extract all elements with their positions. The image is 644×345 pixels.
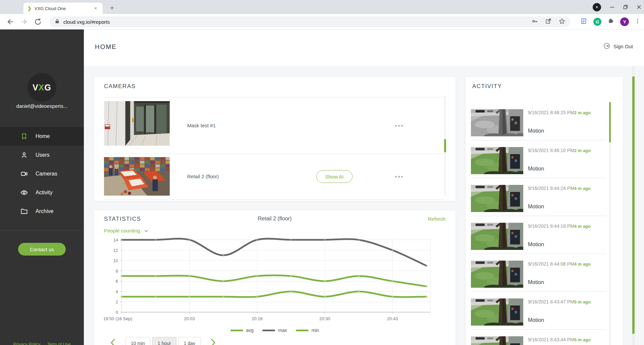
show-ai-button[interactable]: Show AI: [316, 170, 353, 183]
video-camera-icon: [20, 170, 28, 178]
cameras-scrollbar[interactable]: [444, 95, 446, 196]
camera-row[interactable]: Mask test #1: [94, 97, 455, 154]
event-thumbnail[interactable]: [471, 185, 523, 212]
svg-text:2: 2: [116, 299, 118, 304]
sidebar-item-cameras[interactable]: Cameras: [0, 164, 84, 183]
range-button-1-hour[interactable]: 1 hour: [152, 337, 176, 345]
event-type-label: Motion: [528, 242, 544, 248]
activity-event[interactable]: 9/16/2021 8:43:47 PM5 m agoMotion: [466, 298, 623, 336]
page-scrollbar[interactable]: [632, 66, 635, 345]
grammarly-extension-icon[interactable]: G: [593, 18, 601, 26]
tab-close-icon[interactable]: ×: [93, 5, 99, 11]
close-window-button[interactable]: [637, 5, 641, 9]
svg-text:20:30: 20:30: [319, 316, 330, 321]
restore-button[interactable]: [623, 5, 628, 9]
event-thumbnail[interactable]: [471, 109, 523, 136]
event-timestamp: 9/16/2021 8:44:18 PM4 m ago: [528, 223, 591, 229]
camera-menu-kebab-icon[interactable]: [395, 125, 403, 127]
profile-avatar[interactable]: Y: [620, 17, 629, 26]
activity-scrollbar-thumb[interactable]: [609, 102, 611, 142]
divider: [471, 329, 606, 330]
range-button-10-min[interactable]: 10 min: [125, 337, 150, 345]
user-icon: [20, 151, 28, 159]
sidebar-item-users[interactable]: Users: [0, 146, 84, 164]
event-time-ago: 4 m ago: [574, 186, 591, 191]
contact-us-button[interactable]: Contact us: [18, 243, 66, 256]
activity-event[interactable]: 9/16/2021 8:46:10 PM2 m agoMotion: [466, 147, 623, 185]
cameras-panel: CAMERAS Mask test #1Retail 2 (floor)Show…: [94, 77, 455, 201]
legend-label: avg: [246, 328, 254, 333]
camera-menu-kebab-icon[interactable]: [395, 176, 403, 178]
cameras-scrollbar-thumb[interactable]: [444, 139, 446, 152]
lock-icon: [54, 18, 60, 25]
sidebar-item-activity[interactable]: Activity: [0, 183, 84, 202]
svg-text:6: 6: [116, 279, 118, 284]
legend-swatch: [230, 330, 243, 331]
event-thumbnail[interactable]: [471, 261, 523, 288]
event-timestamp: 9/16/2021 8:46:10 PM2 m ago: [528, 148, 591, 153]
event-thumbnail[interactable]: [471, 336, 523, 345]
address-bar[interactable]: cloud.vxg.io/#reports: [50, 16, 570, 27]
password-key-icon[interactable]: [531, 18, 538, 26]
activity-panel: ACTIVITY 9/16/2021 8:46:25 PM2 m agoMoti…: [466, 77, 623, 345]
screen: ❯ VXG Cloud One × + ▾ cloud: [0, 0, 644, 345]
extensions-puzzle-icon[interactable]: [607, 17, 614, 26]
sidebar-item-archive[interactable]: Archive: [0, 202, 84, 221]
url-text[interactable]: cloud.vxg.io/#reports: [63, 19, 531, 25]
bookmark-star-icon[interactable]: [558, 18, 566, 26]
terms-of-use-link[interactable]: Term of Use: [47, 342, 70, 345]
camera-thumbnail[interactable]: [104, 101, 170, 146]
open-in-new-icon[interactable]: [545, 18, 552, 26]
event-timestamp: 9/16/2021 8:46:25 PM2 m ago: [528, 110, 591, 115]
legend-item-avg[interactable]: avg: [230, 328, 254, 333]
legend-item-min[interactable]: min: [296, 328, 319, 333]
activity-event[interactable]: 9/16/2021 8:44:18 PM4 m agoMotion: [466, 223, 623, 261]
event-type-label: Motion: [528, 204, 544, 210]
refresh-icon[interactable]: [34, 17, 42, 26]
chevron-left-icon[interactable]: [109, 338, 117, 345]
metric-dropdown[interactable]: People counting: [104, 228, 148, 233]
browser-tab[interactable]: ❯ VXG Cloud One ×: [23, 3, 103, 14]
event-type-label: Motion: [528, 128, 544, 134]
camera-name: Mask test #1: [187, 123, 216, 128]
cameras-title: CAMERAS: [104, 83, 136, 90]
activity-scrollbar[interactable]: [609, 102, 611, 345]
page-scrollbar-thumb[interactable]: [632, 76, 635, 334]
chevron-right-icon[interactable]: [209, 338, 217, 345]
folder-icon: [20, 207, 28, 215]
browser-menu-kebab-icon[interactable]: [635, 18, 641, 25]
activity-event[interactable]: 9/16/2021 8:43:44 PM5 m agoMotion: [466, 336, 623, 345]
sign-out-button[interactable]: Sign Out: [603, 42, 633, 51]
activity-event[interactable]: 9/16/2021 8:44:24 PM4 m agoMotion: [466, 185, 623, 223]
sidebar-item-home[interactable]: Home: [0, 127, 84, 146]
camera-row[interactable]: Retail 2 (floor)Show AI: [94, 154, 455, 199]
reading-list-icon[interactable]: [580, 17, 588, 26]
sidebar-item-label: Users: [36, 152, 50, 158]
activity-event[interactable]: 9/16/2021 8:46:25 PM2 m agoMotion: [466, 109, 623, 147]
camera-thumbnail[interactable]: [104, 157, 170, 196]
refresh-link[interactable]: Refresh: [428, 216, 445, 222]
event-time-ago: 2 m ago: [574, 110, 591, 115]
legend-item-max[interactable]: max: [262, 328, 287, 333]
event-thumbnail[interactable]: [471, 147, 523, 174]
svg-text:14: 14: [113, 237, 118, 243]
browser-update-icon[interactable]: ▾: [593, 3, 601, 11]
camera-name: Retail 2 (floor): [187, 174, 219, 179]
sidebar-item-label: Activity: [36, 190, 53, 196]
activity-event[interactable]: 9/16/2021 8:44:08 PM4 m agoMotion: [466, 261, 623, 298]
event-thumbnail[interactable]: [471, 298, 523, 326]
minimize-button[interactable]: [610, 5, 614, 9]
back-icon[interactable]: [6, 17, 15, 26]
legend-label: max: [278, 328, 287, 333]
event-timestamp: 9/16/2021 8:44:24 PM4 m ago: [528, 186, 591, 191]
new-tab-button[interactable]: +: [108, 4, 116, 12]
legend-swatch: [262, 330, 275, 331]
event-timestamp: 9/16/2021 8:43:47 PM5 m ago: [528, 299, 591, 304]
logo-x: X: [39, 83, 45, 92]
privacy-policy-link[interactable]: Privacy Policy: [13, 342, 41, 345]
range-button-1-day[interactable]: 1 day: [178, 337, 201, 345]
divider: [471, 216, 606, 216]
forward-icon[interactable]: [19, 17, 28, 26]
event-thumbnail[interactable]: [471, 223, 523, 250]
svg-text:4: 4: [116, 289, 118, 294]
